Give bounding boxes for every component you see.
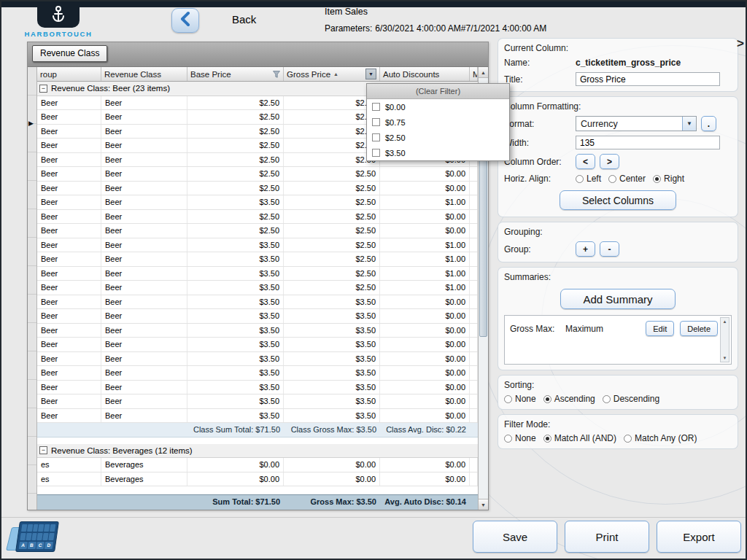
table-row[interactable]: BeerBeer$3.50$3.50$0.00 xyxy=(37,409,478,424)
table-row[interactable]: esBeverages$0.00$0.00$0.00 xyxy=(37,472,478,487)
scroll-down-icon[interactable]: ▼ xyxy=(723,356,727,360)
checkbox-icon[interactable] xyxy=(372,103,380,111)
sorting-option-descending[interactable]: Descending xyxy=(603,394,659,404)
cell-group: Beer xyxy=(37,394,101,408)
column-header-group[interactable]: roup xyxy=(37,67,101,81)
filter-mode-option-match-any-or[interactable]: Match Any (OR) xyxy=(624,433,697,443)
scroll-down-button[interactable]: ▼ xyxy=(479,499,488,510)
checkbox-icon[interactable] xyxy=(372,118,380,126)
table-row[interactable]: BeerBeer$3.50$2.50$1.00 xyxy=(37,267,478,281)
title-input[interactable] xyxy=(576,72,720,86)
table-row[interactable]: BeerBeer$2.50$2.50$0.00 xyxy=(37,167,478,182)
back-chevron-icon xyxy=(178,11,193,30)
back-button[interactable] xyxy=(171,8,199,33)
cell-gross-price: $3.50 xyxy=(284,338,380,351)
column-header-base-price[interactable]: Base Price xyxy=(187,67,284,81)
collapse-group-icon[interactable]: − xyxy=(39,85,47,93)
table-row[interactable]: BeerBeer$3.50$3.50$0.00 xyxy=(37,309,478,324)
scroll-up-icon[interactable]: ▲ xyxy=(723,319,727,324)
column-header-gross-price[interactable]: Gross Price▲▼ xyxy=(284,67,380,81)
align-option-left[interactable]: Left xyxy=(576,174,601,184)
table-row[interactable]: BeerBeer$3.50$3.50$0.00 xyxy=(37,366,478,381)
column-header-revenue-class[interactable]: Revenue Class xyxy=(101,67,187,81)
bottom-divider xyxy=(1,517,746,518)
table-row[interactable]: esBeverages$0.00$0.00$0.00 xyxy=(37,458,478,472)
filter-mode-option-none[interactable]: None xyxy=(504,433,536,443)
summary-name: Gross Max: xyxy=(510,324,560,334)
export-button[interactable]: Export xyxy=(657,521,741,553)
group-remove-button[interactable]: - xyxy=(600,241,619,257)
cell-revenue-class: Beer xyxy=(101,139,187,152)
cell-base-price: $3.50 xyxy=(187,309,284,323)
cell-m xyxy=(470,267,478,281)
collapse-group-icon[interactable]: − xyxy=(39,446,47,454)
clear-filter-item[interactable]: (Clear Filter) xyxy=(367,84,509,99)
cell-gross-price: $3.50 xyxy=(284,309,380,323)
checkbox-icon[interactable] xyxy=(372,133,380,141)
current-row-arrow-icon: ▶ xyxy=(28,120,34,127)
filter-option-3-50[interactable]: $3.50 xyxy=(367,145,509,160)
table-row[interactable]: BeerBeer$3.50$2.50$1.00 xyxy=(37,238,478,253)
column-header-m[interactable]: M xyxy=(470,67,478,81)
dropdown-arrow-icon[interactable]: ▼ xyxy=(682,117,696,131)
filter-option-2-50[interactable]: $2.50 xyxy=(367,130,509,145)
cell-gross-price: $2.50 xyxy=(284,238,380,252)
group-by-chip[interactable]: Revenue Class xyxy=(32,45,107,62)
save-button[interactable]: Save xyxy=(473,521,557,553)
sorting-option-none[interactable]: None xyxy=(504,394,536,404)
panel-collapse-chevron[interactable]: > xyxy=(737,36,744,51)
cell-m xyxy=(470,309,478,323)
table-row[interactable]: BeerBeer$3.50$3.50$0.00 xyxy=(37,394,478,409)
select-columns-button[interactable]: Select Columns xyxy=(560,190,676,210)
cell-group: Beer xyxy=(37,295,101,309)
column-order-right-button[interactable]: > xyxy=(600,154,619,169)
table-row[interactable]: BeerBeer$3.50$3.50$0.00 xyxy=(37,338,478,352)
cell-m xyxy=(470,195,478,209)
align-option-center[interactable]: Center xyxy=(608,174,646,184)
cell-auto-discounts: $0.00 xyxy=(380,381,470,394)
top-strip xyxy=(1,1,746,7)
filter-mode-option-match-all-and[interactable]: Match All (AND) xyxy=(543,433,616,443)
cell-revenue-class: Beer xyxy=(101,110,187,124)
edit-summary-button[interactable]: Edit xyxy=(646,321,674,336)
cell-group: Beer xyxy=(37,139,101,152)
table-row[interactable]: BeerBeer$3.50$2.50$1.00 xyxy=(37,281,478,295)
table-row[interactable]: BeerBeer$3.50$3.50$0.00 xyxy=(37,324,478,338)
table-row[interactable]: BeerBeer$2.50$2.50$0.00 xyxy=(37,182,478,196)
column-header-auto-discounts[interactable]: Auto Discounts xyxy=(380,67,470,81)
anchor-logo-icon xyxy=(37,1,80,28)
summary-scrollbar[interactable]: ▲ ▼ xyxy=(720,317,729,362)
cell-auto-discounts: $0.00 xyxy=(380,409,470,423)
column-filter-dropdown-button[interactable]: ▼ xyxy=(365,69,376,79)
table-row[interactable]: BeerBeer$2.50$2.50$0.00 xyxy=(37,210,478,225)
format-more-button[interactable]: . xyxy=(701,116,716,131)
table-row[interactable]: BeerBeer$3.50$2.50$1.00 xyxy=(37,252,478,267)
filter-funnel-icon[interactable] xyxy=(273,71,280,78)
table-row[interactable]: BeerBeer$3.50$2.50$1.00 xyxy=(37,195,478,210)
table-row[interactable]: BeerBeer$3.50$3.50$0.00 xyxy=(37,381,478,395)
checkbox-icon[interactable] xyxy=(372,149,380,157)
table-row[interactable]: BeerBeer$3.50$3.50$0.00 xyxy=(37,295,478,310)
group-header-revenue-class-beverages-12-items[interactable]: −Revenue Class: Beverages (12 items) xyxy=(37,444,478,459)
keyboard-key xyxy=(50,524,55,532)
table-row[interactable]: BeerBeer$3.50$3.50$0.00 xyxy=(37,352,478,367)
cell-revenue-class: Beer xyxy=(101,238,187,252)
add-summary-button[interactable]: Add Summary xyxy=(560,289,675,309)
group-add-button[interactable]: + xyxy=(576,241,595,257)
column-order-left-button[interactable]: < xyxy=(576,154,595,169)
cell-base-price: $0.00 xyxy=(187,472,284,486)
table-row[interactable]: BeerBeer$2.50$2.50$0.00 xyxy=(37,224,478,238)
filter-option-0-75[interactable]: $0.75 xyxy=(367,114,509,130)
sorting-option-ascending[interactable]: Ascending xyxy=(543,394,595,404)
format-select[interactable]: Currency ▼ xyxy=(576,116,697,131)
filter-option-0-00[interactable]: $0.00 xyxy=(367,99,509,114)
radio-icon xyxy=(504,435,512,443)
align-option-right[interactable]: Right xyxy=(653,174,684,184)
width-input[interactable] xyxy=(576,136,720,149)
keyboard-icon[interactable]: ABCD xyxy=(9,521,60,558)
horiz-align-label: Horiz. Align: xyxy=(504,174,571,184)
scroll-up-button[interactable]: ▲ xyxy=(479,67,488,78)
delete-summary-button[interactable]: Delete xyxy=(680,321,718,336)
cell-gross-price: $2.50 xyxy=(284,210,380,224)
print-button[interactable]: Print xyxy=(565,521,649,553)
